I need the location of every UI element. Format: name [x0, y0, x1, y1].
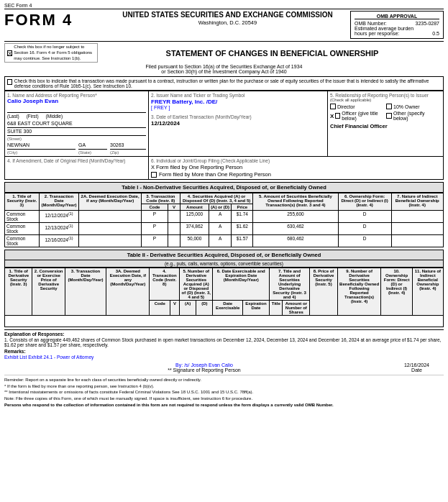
pct10-check[interactable] — [386, 104, 392, 109]
signature-date-label: Date — [404, 368, 429, 373]
row1-owned: 255,600 — [253, 211, 339, 223]
table2-empty-row — [5, 316, 444, 327]
omb-burden-value: 0.5 — [432, 31, 439, 36]
filed-or: or Section 30(h) of the Investment Compa… — [161, 69, 286, 74]
col-securities: 4. Securities Acquired (A) or Disposed O… — [180, 193, 252, 204]
sub-amount: Amount — [180, 204, 209, 211]
omb-burden-label: Estimated average burden — [355, 26, 413, 31]
t2-col3: 3. Transaction Date (Month/Day/Year) — [65, 268, 106, 316]
row2-v — [168, 223, 180, 235]
suite-field: SUITE 300 — [7, 129, 146, 136]
field6-option2-text: Form filed by More than One Reporting Pe… — [159, 171, 271, 178]
row2-deemed — [79, 223, 141, 235]
row1-price: $1.74 — [232, 211, 253, 223]
t2-col10: 10. Ownership Form: Direct (D) or Indire… — [381, 268, 412, 316]
exhibit-link[interactable]: Exhibit List Exhibit 24.1 - Power of Att… — [4, 355, 93, 360]
row2-aord: A — [209, 223, 231, 235]
signature-date: 12/16/2024 — [404, 362, 429, 368]
issuer-name: FREYR Battery, Inc. /DE/ — [151, 99, 325, 105]
filed-pursuant: Filed pursuant to Section 16(a) of the S… — [146, 64, 303, 69]
table-row: Common Stock 12/16/2024(1) P 50,000 A $1… — [5, 235, 444, 247]
row3-owned: 680,462 — [253, 235, 339, 247]
t2-sub-v: V — [170, 301, 180, 316]
table2: 1. Title of Derivative Security (Instr. … — [4, 268, 444, 327]
officer-check[interactable] — [335, 113, 340, 119]
earliest-date: 12/12/2024 — [151, 120, 325, 127]
statement-title: STATEMENT OF CHANGES IN BENEFICIAL OWNER… — [101, 49, 444, 58]
name-parts: (Last) (First) (Middle) — [7, 114, 146, 119]
row2-form: D — [338, 223, 391, 235]
t2-col4: 4. Transaction Code (Instr. 8) — [150, 268, 180, 301]
checkbox1-area[interactable]: X Check this box if no longer subject to… — [4, 43, 98, 63]
t2-sub-a: (A) — [180, 301, 196, 316]
field2-label: 2. Issuer Name and Ticker or Trading Sym… — [151, 93, 325, 98]
table2-title: Table II - Derivative Securities Acquire… — [4, 250, 444, 260]
remarks-title: Remarks: — [4, 349, 444, 354]
field5-cell: 5. Relationship of Reporting Person(s) t… — [328, 91, 443, 156]
table2-subtitle: (e.g., puts, calls, warrants, options, c… — [4, 260, 444, 268]
table1-title: Table I - Non-Derivative Securities Acqu… — [4, 182, 444, 193]
t2-col11: 11. Nature of Indirect Beneficial Owners… — [412, 268, 443, 316]
t2-col6: 6. Date Exercisable and Expiration Date … — [213, 268, 270, 301]
row3-form: D — [338, 235, 391, 247]
sec-form-label: SEC Form 4 — [4, 3, 444, 9]
omb-title: OMB APPROVAL — [355, 14, 439, 19]
street-label: (Street) — [7, 137, 146, 141]
t2-sub-code: Code — [150, 301, 170, 316]
sub-a-or-d: (A) or (D) — [209, 204, 231, 211]
sec-name: UNITED STATES SECURITIES AND EXCHANGE CO… — [105, 11, 350, 19]
signature-sub: ** Signature of Reporting Person — [4, 368, 404, 373]
director-check[interactable] — [330, 104, 336, 109]
table-row: Common Stock 12/12/2024(1) P 125,000 A $… — [5, 211, 444, 223]
state-field: GA — [78, 142, 107, 150]
col-form: 6. Ownership Form: Direct (D) or Indirec… — [338, 193, 391, 211]
row2-price: $1.62 — [232, 223, 253, 235]
checkbox2[interactable] — [7, 79, 12, 85]
reminder-section: Reminder: Report on a separate line for … — [4, 375, 444, 408]
omb-burden-label2: hours per response: — [355, 31, 399, 36]
form-title: FORM 4 — [4, 11, 105, 29]
checkbox1[interactable]: X — [7, 50, 12, 56]
checkbox1-label: Check this box if no longer subject to S… — [14, 45, 95, 61]
t2-col3a: 3A. Deemed Execution Date, if any (Month… — [106, 268, 150, 316]
field1-cell: 1. Name and Address of Reporting Person*… — [5, 91, 149, 156]
omb-number-label: OMB Number: — [355, 21, 387, 26]
other-label: Other (specify below) — [393, 111, 441, 121]
other-check[interactable] — [386, 113, 392, 119]
signature-text: By: /s/ Joseph Evan Calio — [4, 362, 404, 368]
checkbox2-label: Check this box to indicate that a transa… — [14, 78, 441, 88]
explanation-section: Explanation of Responses: 1. Consists of… — [4, 329, 444, 360]
checkbox2-area[interactable]: Check this box to indicate that a transa… — [4, 76, 444, 91]
officer-row: X Officer (give title below) — [330, 111, 385, 121]
omb-box: OMB APPROVAL OMB Number: 3235-0287 Estim… — [350, 11, 444, 39]
field6-label: 6. Individual or Joint/Group Filing (Che… — [151, 158, 441, 163]
table1: 1. Title of Security (Instr. 3) 2. Trans… — [4, 193, 444, 247]
row2-code: P — [141, 223, 168, 235]
sub-code: Code — [141, 204, 168, 211]
reminder-note1: * If the form is filed by more than one … — [4, 383, 444, 389]
row3-deemed — [79, 235, 141, 247]
row1-date: 12/12/2024(1) — [39, 211, 79, 223]
reporter-name: Calio Joseph Evan — [7, 98, 146, 104]
signature-row: By: /s/ Joseph Evan Calio ** Signature o… — [4, 362, 444, 373]
row1-security: Common Stock — [5, 211, 40, 223]
col-owned: 5. Amount of Securities Beneficially Own… — [253, 193, 339, 211]
table1-section: Table I - Non-Derivative Securities Acqu… — [4, 182, 444, 247]
row2-owned: 630,462 — [253, 223, 339, 235]
t2-col1: 1. Title of Derivative Security (Instr. … — [5, 268, 32, 316]
pct10-label: 10% Owner — [393, 104, 420, 109]
row1-amount: 125,000 — [180, 211, 209, 223]
t2-sub-date-ex: Date Exercisable — [213, 301, 242, 316]
row1-nature — [391, 211, 444, 223]
col-date: 2. Transaction Date(Month/Day/Year) — [39, 193, 79, 211]
field6-option2-check[interactable] — [151, 172, 157, 178]
t2-sub-exp: Expiration Date — [242, 301, 269, 316]
row1-v — [168, 211, 180, 223]
row3-code: P — [141, 235, 168, 247]
col-deemed: 2A. Deemed Execution Date, if any (Month… — [79, 193, 141, 211]
explanation-title: Explanation of Responses: — [4, 332, 444, 337]
sub-v: V — [168, 204, 180, 211]
row3-nature — [391, 235, 444, 247]
row3-security: Common Stock — [5, 235, 40, 247]
row3-amount: 50,000 — [180, 235, 209, 247]
